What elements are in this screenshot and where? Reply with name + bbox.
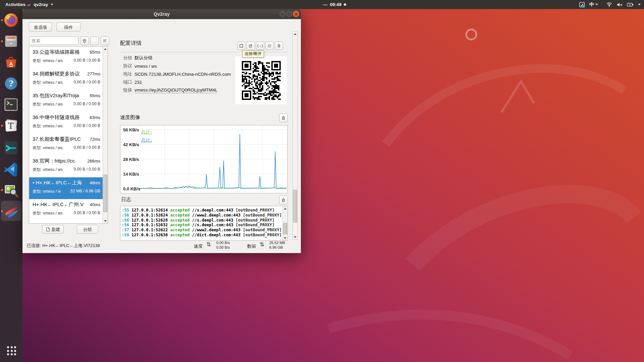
close-button[interactable] xyxy=(293,11,299,17)
server-traffic: 0.00 B / 0.00 B xyxy=(74,210,100,216)
server-item[interactable]: 38.官网：https://cc.266ms类型: vmess / ws0.00… xyxy=(29,156,103,177)
system-tray[interactable]: 中 xyxy=(579,0,641,9)
edit-button[interactable] xyxy=(247,42,255,50)
dock-item-ubuntu-software[interactable] xyxy=(3,55,19,70)
show-applications-button[interactable] xyxy=(7,346,16,356)
server-item[interactable]: • H+.HK←IPLC←上海48ms类型: vmess / w.52 MB /… xyxy=(29,177,103,199)
running-indicator xyxy=(1,210,3,212)
server-title: 33.公益等级線路嚴格 xyxy=(33,49,80,55)
delete-server-button[interactable] xyxy=(275,42,283,50)
field-value: SCDN.72138.JMOFLH.China-nCDN-nRDS.com xyxy=(135,72,231,77)
dock-item-vscode[interactable] xyxy=(3,161,19,177)
dock-item-typora[interactable]: T xyxy=(3,118,19,133)
dock-item-image-viewer[interactable] xyxy=(3,182,19,198)
server-ping: 48ms xyxy=(90,180,100,185)
dock-item-qv2ray[interactable] xyxy=(3,203,19,219)
server-type: 类型: vmess / ws xyxy=(33,123,63,129)
volume-muted-icon xyxy=(616,2,623,7)
server-ping: 72ms xyxy=(90,137,100,142)
scroll-up-icon[interactable] xyxy=(293,32,298,36)
server-item[interactable]: 34.捐赠解锁更多协议277ms类型: vmess / ws0.00 B / 0… xyxy=(29,68,103,90)
server-ping: 266ms xyxy=(87,159,100,164)
field-value: 231 xyxy=(135,80,142,85)
scroll-down-icon[interactable] xyxy=(283,236,287,240)
dock-item-firefox[interactable] xyxy=(3,12,19,28)
image-viewer-icon xyxy=(3,182,19,198)
scrollbar-thumb[interactable] xyxy=(103,175,107,212)
speed-series xyxy=(139,134,286,188)
location-pin-button[interactable] xyxy=(80,37,89,45)
app-menu[interactable]: qv2ray xyxy=(26,0,53,9)
scroll-down-icon[interactable] xyxy=(293,235,298,239)
field-value[interactable]: vmess://eyJhZGQiOiJTQ0ROLjcyMTM4LkpNT0ZM… xyxy=(135,87,217,93)
latency-test-icon xyxy=(268,44,271,48)
clear-log-button[interactable] xyxy=(279,196,288,204)
scrollbar-thumb[interactable] xyxy=(293,190,297,223)
input-method-label: 中 xyxy=(589,2,594,8)
svg-text:?: ? xyxy=(9,79,14,88)
clock-time: 09:49 xyxy=(330,2,342,7)
qv2ray-window: Qv2ray 首选项 插件 33.公益等级線路嚴格65ms类型: vmess /… xyxy=(22,9,301,253)
scroll-down-icon[interactable] xyxy=(103,219,108,223)
server-list-scrollbar[interactable] xyxy=(103,47,108,223)
minimize-button[interactable] xyxy=(279,11,286,17)
log-scrollbar[interactable] xyxy=(282,206,287,240)
dock-item-file-archiver[interactable] xyxy=(3,34,19,49)
wifi-icon xyxy=(606,2,612,7)
speed-label: 速度 xyxy=(194,243,203,249)
log-line: :56 127.0.0.1:52628 accepted //s.deepl.c… xyxy=(122,218,282,223)
scroll-up-icon[interactable] xyxy=(283,206,287,211)
clock[interactable]: — 09:49 xyxy=(323,0,346,9)
edit-json-button[interactable]: {;} xyxy=(256,42,264,50)
sort-icon xyxy=(103,39,107,43)
qv2ray-icon xyxy=(26,2,31,7)
server-item[interactable]: 33.公益等级線路嚴格65ms类型: vmess / ws0.00 B / 0.… xyxy=(29,47,103,68)
server-item[interactable]: H+.HK←IPLC← xyxy=(29,221,103,224)
speed-up-value: 0.00 B/s xyxy=(216,241,230,245)
server-ping: 65ms xyxy=(90,50,100,55)
app-menu-label: qv2ray xyxy=(34,2,48,7)
top-bar: Activities qv2ray — 09:49 中 xyxy=(0,0,644,9)
scrollbar-thumb[interactable] xyxy=(283,223,287,234)
field-label: 协议 xyxy=(123,63,134,69)
search-input[interactable] xyxy=(29,37,78,45)
detail-field: 端口231 xyxy=(123,78,234,86)
file-archiver-icon xyxy=(3,34,19,49)
dock-item-terminal[interactable] xyxy=(3,97,19,112)
log-panel[interactable]: :55 127.0.0.1:52614 accepted //s.deepl.c… xyxy=(120,206,288,241)
server-type: 类型: vmess / ws xyxy=(33,145,63,151)
server-item[interactable]: H+.HK←IPLC←广州.V40ms类型: vmess / ws0.00 B … xyxy=(29,199,103,221)
log-line: :55 127.0.0.1:52614 accepted //s.deepl.c… xyxy=(122,208,282,213)
tabby-terminal-icon xyxy=(3,140,19,156)
server-traffic: .52 MB / 6.96 GB xyxy=(69,189,100,194)
maximize-button[interactable] xyxy=(286,11,292,17)
group-button[interactable]: 分组 xyxy=(77,225,98,234)
preferences-button[interactable]: 首选项 xyxy=(29,22,52,32)
dock-item-help[interactable]: ? xyxy=(3,76,19,91)
detail-field: 地址SCDN.72138.JMOFLH.China-nCDN-nRDS.com xyxy=(123,70,234,78)
dock-item-tabby-terminal[interactable] xyxy=(3,140,19,156)
chevron-down-icon xyxy=(638,4,641,5)
legend-total-up[interactable]: 总计↑ xyxy=(141,129,152,134)
server-title: 34.捐赠解锁更多协议 xyxy=(33,71,80,77)
window-titlebar[interactable]: Qv2ray xyxy=(22,9,301,19)
legend-total-down[interactable]: 总计↓ xyxy=(141,137,152,142)
activities-button[interactable]: Activities xyxy=(3,0,28,9)
server-title: H+.HK←IPLC← xyxy=(33,223,69,224)
blank-tool-button[interactable] xyxy=(90,37,99,45)
running-indicator xyxy=(1,40,3,42)
clear-graph-button[interactable] xyxy=(279,114,288,122)
connect-toggle-button[interactable] xyxy=(237,42,246,50)
detail-panel-scrollbar[interactable] xyxy=(292,31,298,240)
scroll-up-icon[interactable] xyxy=(103,47,108,51)
server-ping: 40ms xyxy=(90,202,100,207)
server-item[interactable]: 37.长期套餐覆盖IPLC72ms类型: vmess / ws0.00 B / … xyxy=(29,134,103,156)
sort-button[interactable] xyxy=(101,37,109,45)
server-type: 类型: vmess / ws xyxy=(33,167,63,173)
new-server-button[interactable]: 新建 xyxy=(42,225,64,234)
y-axis-tick: 42 KB/s xyxy=(123,142,139,147)
server-item[interactable]: 36.中继中转隧道线路63ms类型: vmess / ws0.00 B / 0.… xyxy=(29,112,103,134)
server-item[interactable]: 35.包括V2ray和Troja55ms类型: vmess / ws0.00 B… xyxy=(29,90,103,112)
plugins-button[interactable]: 插件 xyxy=(56,22,80,32)
latency-test-button[interactable] xyxy=(265,42,274,50)
